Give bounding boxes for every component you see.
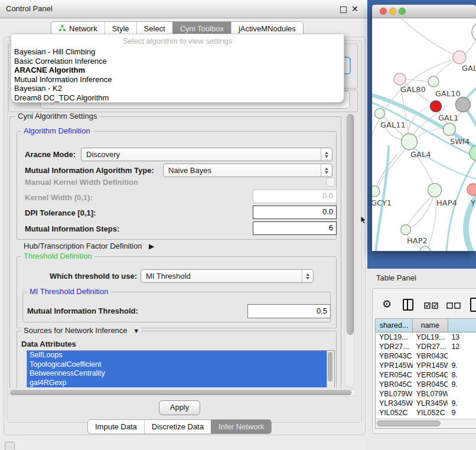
table-row[interactable]: YBR043CYBR043C	[376, 351, 476, 361]
split-columns-icon[interactable]	[403, 299, 413, 311]
algorithm-dropdown: Select algorithm to view settings Bayesi…	[11, 34, 344, 103]
manual-kernel-checkbox[interactable]	[326, 178, 335, 187]
network-node-gal1[interactable]	[444, 123, 456, 136]
table-row[interactable]: YLR345WYLR345W9.	[376, 399, 476, 408]
table-row[interactable]: YDL19...YDL19...13	[376, 332, 476, 342]
kernel-width-field[interactable]: 0.0	[253, 190, 337, 203]
mi-steps-field[interactable]: 6	[253, 221, 337, 235]
dpi-tolerance-field[interactable]: 0.0	[253, 206, 337, 219]
table-row[interactable]: YBR045CYBR045C9.	[376, 380, 476, 389]
attribute-list-item[interactable]: TopologicalCoefficient	[27, 360, 327, 370]
network-node[interactable]	[472, 22, 476, 42]
select-all-columns-icon[interactable]	[424, 302, 438, 311]
mouse-cursor	[360, 216, 367, 225]
combo-arrows-icon	[321, 164, 332, 177]
network-node-hap4[interactable]	[428, 184, 442, 197]
algorithm-option[interactable]: Bayesian - Hill Climbing	[11, 47, 344, 57]
network-view[interactable]: GALGAL80GAL10GAL1GAL11GAL4SWI4GCY1HAP4YH…	[372, 18, 476, 251]
mi-threshold-label: Mutual Information Threshold:	[27, 304, 138, 318]
network-node-swi4[interactable]	[470, 145, 476, 161]
table-column-header[interactable]	[448, 319, 476, 332]
algorithm-option[interactable]: Basic Correlation Inference	[11, 57, 344, 66]
apply-button[interactable]: Apply	[159, 400, 200, 415]
expander-right-arrow-icon: ▶	[149, 242, 154, 250]
settings-vertical-scrollbar-thumb[interactable]	[347, 114, 354, 335]
network-window-titlebar	[372, 5, 476, 18]
tab-impute-data[interactable]: Impute Data	[88, 420, 144, 433]
combo-arrows-icon	[321, 148, 332, 161]
dock-panel-button[interactable]	[5, 442, 15, 450]
settings-horizontal-scrollbar-thumb[interactable]	[10, 390, 351, 395]
close-traffic-light[interactable]	[380, 8, 387, 15]
algorithm-option[interactable]: ARACNE Algorithm	[11, 66, 344, 75]
network-node-gcy1[interactable]	[372, 186, 380, 197]
network-edge[interactable]	[402, 19, 455, 55]
network-edge[interactable]	[410, 197, 433, 228]
kernel-width-label: Kernel Width (0,1):	[25, 193, 93, 203]
network-node-gal10[interactable]	[428, 76, 439, 87]
node-table: shared...name YDL19...YDL19...13YDR27...…	[375, 318, 476, 429]
attribute-list-item[interactable]: gal4RGexp	[27, 379, 327, 388]
attribute-list-item[interactable]: BetweennessCentrality	[27, 369, 327, 379]
network-node-label: GAL10	[435, 89, 461, 98]
list-scrollbar-thumb[interactable]	[328, 352, 332, 381]
network-node-hap2[interactable]	[401, 225, 411, 235]
attribute-list-item[interactable]: SelfLoops	[27, 351, 327, 360]
table-horizontal-scrollbar-thumb[interactable]	[377, 420, 441, 426]
dpi-tolerance-label: DPI Tolerance [0,1]:	[25, 208, 96, 219]
table-row[interactable]: YIL052CYIL052C9	[376, 408, 476, 418]
network-edge[interactable]	[428, 197, 436, 247]
table-row[interactable]: YBL079WYBL079W	[376, 389, 476, 399]
network-node-label: Y	[470, 198, 475, 207]
data-attributes-list: SelfLoopsTopologicalCoefficientBetweenne…	[27, 350, 335, 387]
network-node-label: GAL1	[438, 113, 458, 122]
gear-icon[interactable]: ⚙	[382, 298, 392, 311]
network-node[interactable]	[420, 246, 431, 251]
settings-vertical-scrollbar[interactable]	[345, 112, 354, 387]
network-node-label: GAL4	[410, 150, 431, 159]
network-edge[interactable]	[465, 83, 476, 99]
settings-horizontal-scrollbar[interactable]	[8, 389, 357, 396]
list-scrollbar[interactable]	[327, 351, 334, 387]
float-window-icon[interactable]	[340, 6, 347, 13]
cyni-settings-group-title: Cyni Algorithm Settings	[15, 112, 99, 120]
app-root: { "icons": {"close": "✕", "hub_arrow": "…	[0, 0, 476, 450]
algorithm-option[interactable]: Mutual Information Inference	[11, 75, 344, 84]
aracne-mode-label: Aracne Mode:	[25, 148, 76, 161]
table-column-header[interactable]: shared...	[376, 319, 413, 332]
table-row[interactable]: YDR27...YDR27...12	[376, 342, 476, 351]
network-node-gal[interactable]	[453, 51, 466, 64]
network-node[interactable]	[431, 101, 442, 112]
tab-infer-network[interactable]: Infer Network	[211, 420, 271, 433]
maximize-traffic-light[interactable]	[399, 8, 406, 15]
network-edge[interactable]	[378, 149, 405, 187]
table-row[interactable]: YPR145WYPR145W9.	[376, 361, 476, 370]
tab-discretize-data[interactable]: Discretize Data	[144, 420, 211, 433]
network-edge[interactable]	[435, 60, 455, 77]
table-row[interactable]: YER054CYER054C8.	[376, 370, 476, 380]
network-node-label: GAL80	[400, 85, 426, 94]
network-node-gal4[interactable]	[402, 134, 418, 150]
mi-type-combo[interactable]: Naive Bayes	[163, 164, 332, 177]
which-threshold-combo[interactable]: MI Threshold	[141, 269, 314, 283]
table-horizontal-scrollbar[interactable]	[376, 419, 476, 428]
algorithm-option[interactable]: Bayesian - K2	[11, 84, 344, 93]
network-node[interactable]	[456, 97, 471, 112]
network-node-y[interactable]	[467, 184, 476, 195]
network-edge[interactable]	[406, 79, 428, 81]
network-node-gal11[interactable]	[375, 109, 385, 119]
export-table-icon[interactable]	[470, 298, 476, 312]
hub-definition-expander[interactable]: Hub/Transcription Factor Definition ▶	[24, 241, 154, 252]
aracne-mode-combo[interactable]: Discovery	[81, 148, 332, 161]
sources-group-title[interactable]: Sources for Network Inference ▼	[21, 327, 142, 335]
algorithm-option[interactable]: Dream8 DC_TDC Algorithm	[11, 93, 344, 103]
close-icon[interactable]: ✕	[351, 4, 358, 14]
network-node-label: GAL	[462, 64, 476, 73]
deselect-all-columns-icon[interactable]	[446, 302, 461, 311]
table-column-header[interactable]: name	[413, 319, 448, 332]
minimize-traffic-light[interactable]	[389, 8, 396, 15]
mi-type-label: Mutual Information Algorithm Type:	[25, 164, 154, 177]
mi-threshold-field[interactable]: 0.5	[247, 304, 331, 318]
mi-steps-label: Mutual Information Steps:	[25, 224, 119, 234]
network-node-gal80[interactable]	[394, 73, 406, 85]
